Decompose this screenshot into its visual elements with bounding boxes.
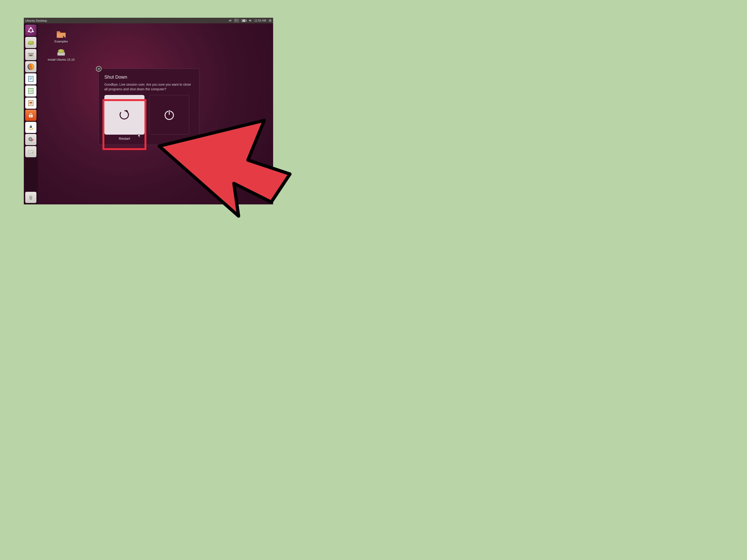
svg-text:A: A xyxy=(30,115,32,117)
firefox-icon xyxy=(27,62,35,71)
topbar-title: Ubuntu Desktop xyxy=(25,19,47,22)
launcher-amazon[interactable]: a xyxy=(25,122,36,133)
svg-rect-9 xyxy=(29,55,32,56)
shutdown-dialog: ✕ Shut Down Goodbye, Live session user. … xyxy=(99,69,199,145)
svg-point-29 xyxy=(29,196,32,197)
svg-text:a: a xyxy=(30,124,32,129)
svg-line-30 xyxy=(30,197,30,199)
svg-rect-11 xyxy=(28,76,33,81)
launcher-impress[interactable] xyxy=(25,98,36,109)
clock[interactable]: 11:01 AM xyxy=(254,19,266,22)
launcher-settings[interactable] xyxy=(25,134,36,145)
top-menu-bar: Ubuntu Desktop En 11:01 AM xyxy=(24,18,273,23)
settings-icon xyxy=(27,136,34,143)
battery-icon[interactable] xyxy=(241,19,246,22)
launcher-calc[interactable] xyxy=(25,85,36,97)
disk-icon xyxy=(27,148,34,155)
launcher-files[interactable] xyxy=(25,49,36,60)
launcher-dash[interactable] xyxy=(25,25,36,36)
ubuntu-logo-icon xyxy=(27,26,35,34)
launcher-writer[interactable] xyxy=(25,73,36,84)
svg-line-32 xyxy=(31,197,32,199)
ubuntu-desktop-screenshot: Ubuntu Desktop En 11:01 AM xyxy=(24,18,273,205)
shutdown-option[interactable] xyxy=(149,95,189,140)
writer-icon xyxy=(27,75,34,82)
impress-icon xyxy=(27,100,34,107)
svg-point-2 xyxy=(30,27,31,28)
amazon-icon: a xyxy=(27,124,34,131)
restart-tile xyxy=(104,95,145,135)
install-icon xyxy=(56,48,66,57)
restart-option[interactable]: Restart xyxy=(104,95,145,140)
session-gear-icon[interactable] xyxy=(268,19,272,22)
dialog-options: Restart xyxy=(104,95,194,140)
shutdown-tile xyxy=(149,95,189,135)
svg-rect-15 xyxy=(28,88,33,94)
folder-icon xyxy=(56,30,66,39)
trash-icon xyxy=(27,194,34,201)
volume-icon[interactable] xyxy=(249,19,252,22)
calc-icon xyxy=(27,87,34,95)
svg-point-0 xyxy=(269,20,271,21)
svg-point-28 xyxy=(32,152,33,153)
close-icon: ✕ xyxy=(98,67,100,71)
power-icon xyxy=(163,108,176,121)
launcher-trash[interactable] xyxy=(25,192,36,203)
dialog-body: Goodbye, Live session user. Are you sure… xyxy=(104,82,194,92)
files-icon xyxy=(27,51,35,59)
svg-rect-8 xyxy=(28,53,34,54)
software-icon: A xyxy=(27,112,34,119)
launcher-devices[interactable] xyxy=(25,37,36,48)
launcher-software[interactable]: A xyxy=(25,110,36,121)
unity-launcher: A a xyxy=(24,23,38,205)
devices-icon xyxy=(27,38,35,47)
desktop-icon-examples[interactable]: Examples xyxy=(45,30,77,43)
svg-point-26 xyxy=(30,139,31,140)
dialog-close-button[interactable]: ✕ xyxy=(96,66,102,72)
desktop-icon-label: Examples xyxy=(54,40,68,43)
topbar-indicators: En 11:01 AM xyxy=(229,19,272,22)
svg-rect-21 xyxy=(29,102,32,104)
svg-point-4 xyxy=(32,31,34,32)
restart-icon xyxy=(118,108,131,121)
svg-point-1 xyxy=(29,28,33,32)
restart-label: Restart xyxy=(119,136,130,140)
desktop-icon-install[interactable]: Install Ubuntu 15.10 xyxy=(45,48,77,61)
launcher-disk[interactable] xyxy=(25,146,36,157)
svg-point-3 xyxy=(28,31,29,32)
network-icon[interactable] xyxy=(229,19,232,22)
desktop-icon-label: Install Ubuntu 15.10 xyxy=(48,58,75,61)
keyboard-indicator[interactable]: En xyxy=(234,19,239,22)
launcher-firefox[interactable] xyxy=(25,61,36,72)
dialog-title: Shut Down xyxy=(104,75,194,80)
